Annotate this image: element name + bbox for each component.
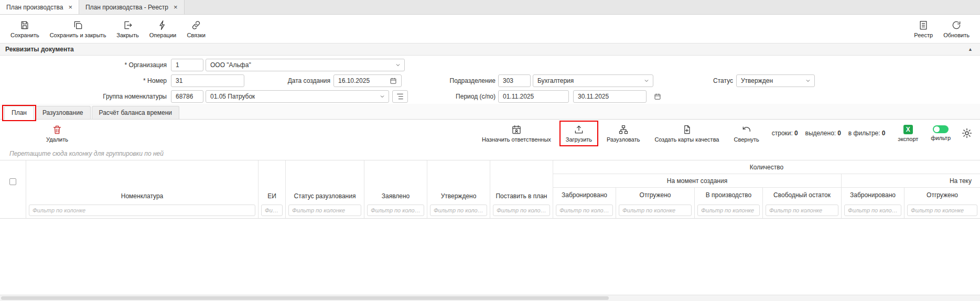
organization-code-field[interactable]: 1 <box>171 59 203 71</box>
column-filter-input[interactable] <box>29 205 255 216</box>
toggle-on-icon[interactable] <box>933 125 949 133</box>
export-label: экспорт <box>898 136 918 142</box>
horizontal-scrollbar[interactable] <box>0 295 980 301</box>
column-header-shipped-creation[interactable]: Отгружено <box>616 188 695 202</box>
filter-cell-requested <box>364 202 427 218</box>
column-filter-input[interactable] <box>619 205 692 216</box>
period-label: Период (с/по) <box>414 90 496 103</box>
upload-button[interactable]: Загрузить <box>564 123 594 144</box>
period-to-field[interactable]: 30.11.2025 <box>573 90 647 103</box>
hierarchy-select-button[interactable] <box>392 90 408 103</box>
collapse-up-icon[interactable]: ▲ <box>968 47 973 52</box>
filter-cell-shipped-current <box>904 202 980 218</box>
window-tab-plan[interactable]: План производства × <box>0 0 79 14</box>
close-icon[interactable]: × <box>174 4 178 10</box>
tab-explode[interactable]: Разузлование <box>35 106 91 119</box>
tab-plan-label: План <box>12 109 27 116</box>
calendar-icon[interactable] <box>390 77 397 84</box>
save-close-icon <box>73 20 83 30</box>
collapse-rows-button[interactable]: Свернуть <box>731 123 761 144</box>
delete-label: Удалить <box>46 136 68 143</box>
filter-cell-approved <box>427 202 490 218</box>
filter-cell-in-production <box>695 202 763 218</box>
save-icon <box>19 20 30 30</box>
period-calendar-button[interactable] <box>651 90 664 103</box>
filtered-counter: в фильтре:0 <box>848 130 885 137</box>
column-header-reserved-creation[interactable]: Забронировано <box>553 188 616 202</box>
operations-button[interactable]: Операции <box>144 19 181 39</box>
table-body <box>0 219 980 295</box>
period-from-field[interactable]: 01.11.2025 <box>498 90 569 103</box>
group-by-dropzone[interactable]: Перетащите сюда колонку для группировки … <box>0 147 980 160</box>
tree-list-icon <box>396 92 404 101</box>
column-filter-input[interactable] <box>430 205 487 216</box>
excel-icon: X <box>903 125 913 134</box>
main-toolbar: Сохранить Сохранить и закрыть Закрыть Оп… <box>0 15 980 43</box>
column-header-nomenclature[interactable]: Номенклатура <box>26 160 259 202</box>
group-by-hint-text: Перетащите сюда колонку для группировки … <box>9 150 164 157</box>
nomenclature-group-select[interactable]: 01.05 Патрубок <box>206 90 389 103</box>
number-field[interactable]: 31 <box>171 74 244 87</box>
column-header-unit[interactable]: ЕИ <box>259 160 286 202</box>
filter-cell-to-plan <box>490 202 553 218</box>
scrollbar-thumb[interactable] <box>1 296 609 300</box>
calendar-icon <box>654 93 661 100</box>
operations-label: Операции <box>149 32 176 38</box>
column-filter-input[interactable] <box>697 205 760 216</box>
select-all-checkbox[interactable] <box>9 178 16 185</box>
tab-plan[interactable]: План <box>4 106 34 120</box>
department-select[interactable]: Бухгалтерия <box>533 74 653 87</box>
save-button[interactable]: Сохранить <box>5 19 45 39</box>
column-header-requested[interactable]: Заявлено <box>364 160 427 202</box>
column-header-to-plan[interactable]: Поставить в план <box>490 160 553 202</box>
department-code-field[interactable]: 303 <box>498 74 531 87</box>
filter-cell-unit <box>259 202 286 218</box>
column-filter-input[interactable] <box>261 205 283 216</box>
column-filter-input[interactable] <box>907 205 977 216</box>
undo-arrow-icon <box>741 124 752 135</box>
save-and-close-button[interactable]: Сохранить и закрыть <box>45 19 112 39</box>
column-header-free-balance[interactable]: Свободный остаток <box>763 188 842 202</box>
filter-cell-reserved-creation <box>553 202 616 218</box>
nomenclature-group-code-field[interactable]: 68786 <box>171 90 203 103</box>
tab-time-balance-label: Расчёт баланса времени <box>99 109 172 116</box>
section-header-requisites[interactable]: Реквизиты документа ▲ <box>0 43 980 56</box>
registry-button[interactable]: Реестр <box>909 19 938 39</box>
column-header-in-production[interactable]: В производство <box>695 188 763 202</box>
column-filter-input[interactable] <box>556 205 613 216</box>
links-button[interactable]: Связки <box>181 19 211 39</box>
filter-toggle[interactable]: фильтр <box>929 124 953 142</box>
tab-time-balance[interactable]: Расчёт баланса времени <box>92 106 179 119</box>
assign-responsible-button[interactable]: Назначить ответственных <box>480 123 553 144</box>
column-filter-input[interactable] <box>493 205 550 216</box>
column-header-explode-status[interactable]: Статус разузлования <box>286 160 364 202</box>
document-form: * Организация 1 ООО "Альфа" * Номер 31 Д… <box>0 56 980 104</box>
column-header-shipped-current[interactable]: Отгружено <box>904 188 980 202</box>
settings-button[interactable] <box>961 127 973 139</box>
column-filter-input[interactable] <box>288 205 361 216</box>
lightning-icon <box>157 20 168 30</box>
creation-date-field[interactable]: 16.10.2025 <box>333 74 402 87</box>
export-excel-button[interactable]: X экспорт <box>896 124 920 143</box>
explode-button[interactable]: Разузловать <box>605 123 642 144</box>
grid-counters: строки:0 выделено:0 в фильтре:0 <box>772 130 886 137</box>
refresh-button[interactable]: Обновить <box>938 19 975 39</box>
status-select[interactable]: Утвержден <box>736 74 815 87</box>
column-header-reserved-current[interactable]: Забронировано <box>842 188 904 202</box>
upload-label: Загрузить <box>566 136 592 143</box>
column-filter-input[interactable] <box>367 205 424 216</box>
column-filter-input[interactable] <box>844 205 901 216</box>
select-all-cell <box>0 160 26 202</box>
column-filter-input[interactable] <box>766 205 838 216</box>
window-tab-registry[interactable]: План производства - Реестр × <box>79 0 185 14</box>
tab-explode-label: Разузлование <box>42 109 83 116</box>
chevron-down-icon <box>643 78 650 84</box>
group-header-at-creation: На момент создания <box>553 174 842 188</box>
close-icon[interactable]: × <box>68 4 72 10</box>
window-tab-label: План производства - Реестр <box>85 4 168 11</box>
organization-select[interactable]: ООО "Альфа" <box>206 59 405 71</box>
delete-button[interactable]: Удалить <box>44 123 70 144</box>
column-header-approved[interactable]: Утверждено <box>427 160 490 202</box>
create-quality-cards-button[interactable]: Создать карты качества <box>652 123 721 144</box>
close-button[interactable]: Закрыть <box>111 19 144 39</box>
